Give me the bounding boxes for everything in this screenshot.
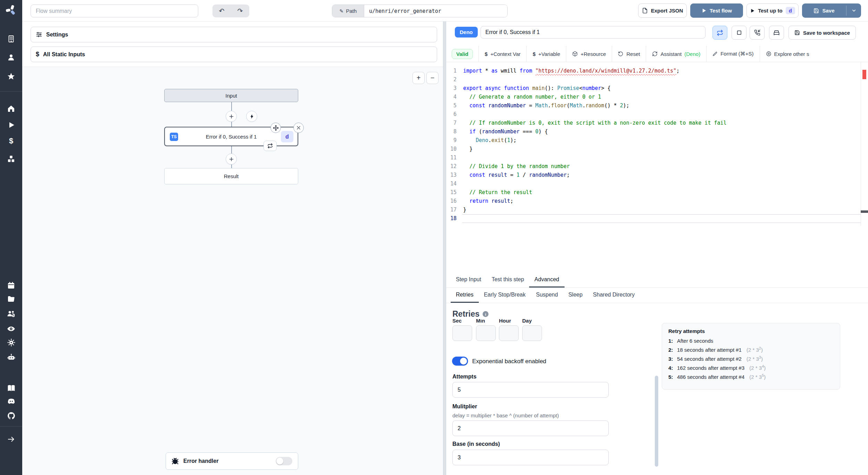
multiplier-help: delay = multiplier * base ^ (number of a…	[452, 412, 559, 418]
panel-splitter[interactable]	[443, 22, 446, 475]
export-json-button[interactable]: Export JSON	[638, 3, 687, 18]
redo-icon[interactable]: ↷	[231, 5, 249, 17]
reset-button[interactable]: Reset	[612, 46, 646, 62]
sliders-icon	[36, 31, 42, 38]
resources-boxes-icon[interactable]	[0, 155, 22, 163]
test-flow-button[interactable]: Test flow	[690, 3, 743, 18]
path-field[interactable]: ✎ Path u/henri/error_generator	[332, 5, 508, 17]
code-editor[interactable]: 1import * as wmill from "https://deno.la…	[446, 62, 868, 226]
flow-step-node-selected[interactable]: TS Error if 0, Success if 1 d	[164, 127, 298, 146]
info-icon[interactable]: i	[483, 311, 489, 317]
save-dropdown-button[interactable]	[846, 3, 861, 18]
save-button[interactable]: Save	[802, 3, 846, 18]
schedules-calendar-icon[interactable]	[0, 281, 22, 290]
tab-early-stop[interactable]: Early Stop/Break	[479, 288, 531, 303]
tab-test-this-step[interactable]: Test this step	[486, 273, 529, 288]
retry-row: 4:162 seconds after attempt #3 (2 * 34)	[668, 364, 834, 371]
groups-users-gear-icon[interactable]	[0, 309, 22, 318]
error-handler-label: Error handler	[183, 458, 218, 464]
rotate-ccw-icon	[618, 51, 624, 57]
variables-dollar-icon[interactable]: $	[0, 136, 22, 145]
path-value[interactable]: u/henri/error_generator	[364, 5, 507, 17]
error-handler-node[interactable]: Error handler	[166, 452, 298, 470]
multiplier-input[interactable]	[452, 420, 609, 436]
chevron-down-icon	[851, 8, 857, 13]
editor-overview-ruler	[861, 62, 861, 226]
tab-shared-directory[interactable]: Shared Directory	[588, 288, 640, 303]
dollar-icon: $	[533, 51, 535, 57]
typescript-badge: TS	[170, 133, 178, 141]
assistant-button[interactable]: Assistant (Deno)	[646, 46, 706, 62]
refresh-icon	[652, 51, 658, 57]
exponential-backoff-toggle-on[interactable]	[452, 357, 468, 366]
user-icon[interactable]	[0, 53, 22, 61]
windmill-logo-icon[interactable]	[5, 4, 17, 16]
advanced-tabs: Retries Early Stop/Break Suspend Sleep S…	[446, 288, 868, 303]
explore-scripts-button[interactable]: Explore other s	[760, 46, 815, 62]
folders-icon[interactable]	[0, 295, 22, 303]
pencil-icon: ✎	[340, 8, 344, 14]
runs-play-icon[interactable]	[0, 121, 22, 129]
error-handler-toggle-off[interactable]	[276, 457, 292, 465]
discord-icon[interactable]	[0, 397, 22, 406]
content-scrollbar[interactable]	[655, 376, 658, 467]
undo-redo-group: ↶ ↷	[212, 5, 249, 17]
delete-step-button[interactable]	[293, 123, 304, 133]
flow-input-node[interactable]: Input	[164, 89, 298, 102]
workers-robot-icon[interactable]	[0, 353, 22, 361]
all-static-inputs-row[interactable]: $ All Static Inputs	[31, 47, 437, 62]
step-name-input[interactable]	[481, 26, 706, 39]
editor-scrollbar[interactable]	[861, 210, 868, 213]
tab-retries[interactable]: Retries	[451, 288, 479, 303]
sec-input[interactable]	[452, 325, 472, 341]
zoom-out-button[interactable]: −	[426, 72, 439, 84]
github-icon[interactable]	[0, 411, 22, 420]
retry-row: 1:After 6 seconds	[668, 338, 834, 344]
tab-sleep[interactable]: Sleep	[563, 288, 588, 303]
settings-gear-icon[interactable]	[0, 338, 22, 347]
workspace-building-icon[interactable]	[0, 35, 22, 43]
flow-summary-input[interactable]	[31, 5, 198, 17]
day-label: Day	[522, 319, 532, 325]
flow-canvas[interactable]: + − Input TS Error if 0, Success if 1 d	[22, 67, 443, 475]
save-icon	[813, 8, 819, 14]
sidebar-divider	[0, 426, 22, 427]
add-step-button[interactable]	[226, 111, 237, 122]
suspend-phone-button[interactable]	[750, 26, 765, 40]
favorites-star-icon[interactable]	[0, 72, 22, 81]
dollar-icon: $	[36, 51, 39, 58]
retries-shortcut-button[interactable]	[712, 26, 727, 40]
add-variable-button[interactable]: $ +Variable	[526, 46, 566, 62]
add-resource-button[interactable]: +Resource	[566, 46, 612, 62]
undo-icon[interactable]: ↶	[212, 5, 231, 17]
test-up-to-button[interactable]: Test up to d	[746, 3, 799, 18]
add-trigger-bolt-button[interactable]	[246, 111, 257, 122]
save-to-workspace-button[interactable]: Save to workspace	[788, 26, 856, 40]
early-stop-square-button[interactable]	[732, 26, 746, 40]
flow-result-node[interactable]: Result	[164, 168, 298, 184]
play-icon	[750, 8, 755, 13]
docs-book-icon[interactable]	[0, 384, 22, 392]
add-step-button[interactable]	[226, 153, 237, 165]
exponential-backoff-label: Exponential backoff enabled	[472, 358, 546, 365]
zoom-in-button[interactable]: +	[412, 72, 425, 84]
base-input[interactable]	[452, 450, 609, 465]
retry-row: 3:54 seconds after attempt #2 (2 * 33)	[668, 355, 834, 362]
attempts-input[interactable]	[452, 382, 609, 398]
collapse-arrow-right-icon[interactable]	[0, 435, 22, 443]
audit-eye-icon[interactable]	[0, 324, 22, 333]
min-input[interactable]	[476, 325, 496, 341]
save-split-button: Save	[802, 3, 861, 18]
tab-advanced[interactable]: Advanced	[529, 273, 564, 288]
flow-settings-row[interactable]: Settings	[31, 27, 437, 42]
move-step-handle[interactable]	[270, 123, 281, 133]
home-icon[interactable]	[0, 105, 22, 113]
hour-input[interactable]	[499, 325, 519, 341]
day-input[interactable]	[522, 325, 542, 341]
format-button[interactable]: Format (⌘+S)	[706, 46, 759, 62]
tab-suspend[interactable]: Suspend	[531, 288, 563, 303]
tab-step-input[interactable]: Step Input	[451, 273, 486, 288]
add-context-var-button[interactable]: $ +Context Var	[478, 46, 526, 62]
retry-indicator-icon[interactable]	[264, 141, 277, 151]
sleep-bed-button[interactable]	[769, 26, 784, 40]
